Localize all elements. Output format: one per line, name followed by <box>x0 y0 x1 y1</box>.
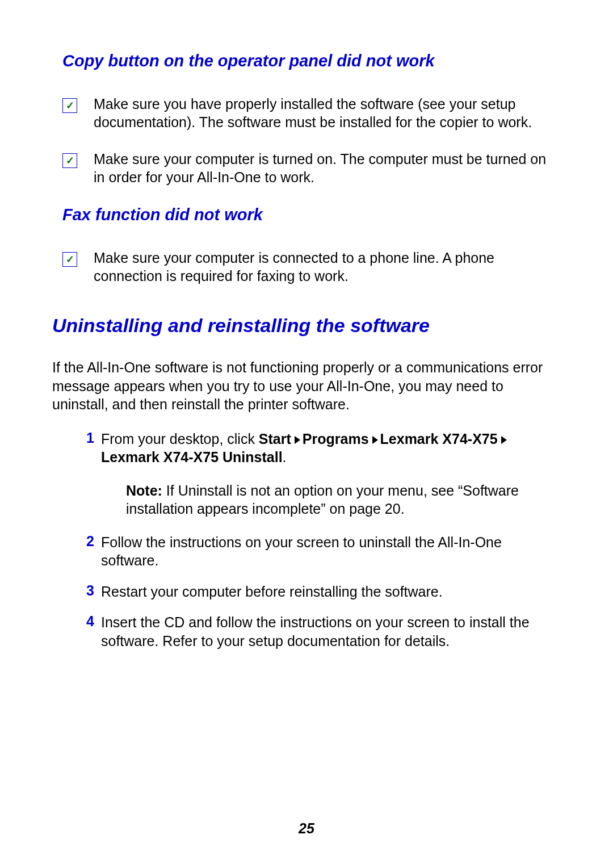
checklist-item: ✓ Make sure you have properly installed … <box>62 95 559 132</box>
step-item: 1 From your desktop, click StartPrograms… <box>76 430 559 467</box>
check-icon-wrap: ✓ <box>62 150 94 168</box>
checklist-text: Make sure you have properly installed th… <box>94 95 559 132</box>
checklist-item: ✓ Make sure your computer is turned on. … <box>62 150 559 187</box>
checklist-text: Make sure your computer is turned on. Th… <box>94 150 559 187</box>
arrow-icon <box>501 436 507 444</box>
step-body: Insert the CD and follow the instruction… <box>101 613 559 650</box>
step-item: 3 Restart your computer before reinstall… <box>76 582 559 601</box>
checkbox-icon: ✓ <box>62 98 77 113</box>
arrow-icon <box>295 436 300 444</box>
intro-paragraph: If the All-In-One software is not functi… <box>52 358 559 414</box>
checklist-item: ✓ Make sure your computer is connected t… <box>62 249 559 286</box>
checkmark-icon: ✓ <box>66 254 74 265</box>
note-block: Note: If Uninstall is not an option on y… <box>126 481 559 518</box>
menu-path-lexmark: Lexmark X74-X75 <box>380 431 498 447</box>
step-body: Follow the instructions on your screen t… <box>101 533 559 570</box>
note-body: If Uninstall is not an option on your me… <box>126 483 519 517</box>
step-number: 2 <box>76 533 94 550</box>
step-text-end: . <box>283 449 287 465</box>
step-item: 4 Insert the CD and follow the instructi… <box>76 613 559 650</box>
step-number: 3 <box>76 582 94 599</box>
check-icon-wrap: ✓ <box>62 249 94 267</box>
section-heading-uninstall: Uninstalling and reinstalling the softwa… <box>52 314 559 337</box>
step-number: 4 <box>76 613 94 630</box>
section-heading-fax: Fax function did not work <box>62 205 559 225</box>
step-number: 1 <box>76 430 94 446</box>
arrow-icon <box>372 436 378 444</box>
note-label: Note: <box>126 483 162 498</box>
page-number: 25 <box>0 820 613 837</box>
step-body: From your desktop, click StartProgramsLe… <box>101 430 559 467</box>
section-heading-copy-button: Copy button on the operator panel did no… <box>62 51 559 71</box>
menu-path-uninstall: Lexmark X74-X75 Uninstall <box>101 449 283 465</box>
step-text: From your desktop, click <box>101 431 259 447</box>
checkmark-icon: ✓ <box>66 100 74 111</box>
checkbox-icon: ✓ <box>62 153 77 168</box>
checkmark-icon: ✓ <box>66 156 74 166</box>
checklist-text: Make sure your computer is connected to … <box>94 249 559 286</box>
menu-path-start: Start <box>259 431 291 447</box>
check-icon-wrap: ✓ <box>62 95 94 113</box>
menu-path-programs: Programs <box>303 431 369 447</box>
checkbox-icon: ✓ <box>62 252 77 267</box>
step-body: Restart your computer before reinstallin… <box>101 582 559 601</box>
step-item: 2 Follow the instructions on your screen… <box>76 533 559 570</box>
